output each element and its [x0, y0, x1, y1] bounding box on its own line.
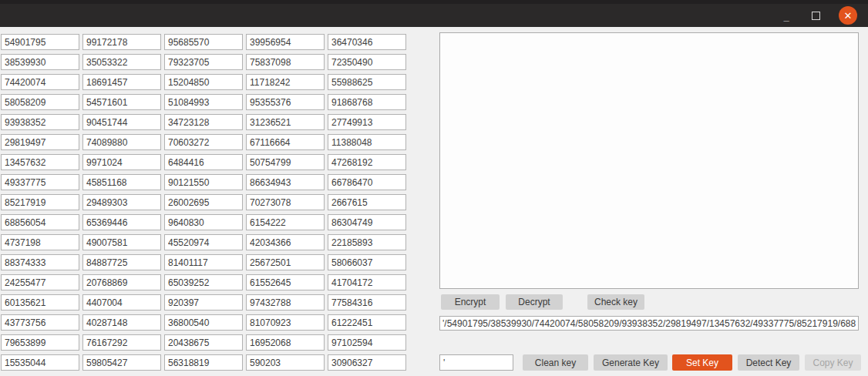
grid-cell-r3c4[interactable] — [246, 74, 325, 90]
grid-cell-r4c3[interactable] — [164, 94, 243, 110]
grid-cell-r7c4[interactable] — [246, 154, 325, 170]
grid-cell-r2c3[interactable] — [164, 54, 243, 70]
grid-cell-r17c2[interactable] — [82, 354, 161, 371]
grid-cell-r14c5[interactable] — [328, 294, 406, 311]
grid-cell-r4c1[interactable] — [1, 94, 79, 110]
grid-cell-r14c2[interactable] — [82, 294, 161, 311]
grid-cell-r7c1[interactable] — [1, 154, 79, 170]
grid-cell-r9c4[interactable] — [246, 194, 325, 210]
grid-cell-r3c3[interactable] — [164, 74, 243, 90]
grid-cell-r10c3[interactable] — [164, 214, 243, 230]
minimize-icon[interactable]: _ — [780, 9, 792, 22]
check-key-button[interactable]: Check key — [587, 294, 644, 310]
grid-cell-r16c3[interactable] — [164, 334, 243, 351]
grid-cell-r11c1[interactable] — [1, 234, 79, 250]
grid-cell-r7c5[interactable] — [328, 154, 406, 170]
grid-cell-r15c1[interactable] — [1, 314, 79, 331]
grid-cell-r9c1[interactable] — [1, 194, 79, 210]
grid-cell-r1c3[interactable] — [164, 34, 243, 50]
output-textarea[interactable] — [439, 32, 859, 289]
clean-key-button[interactable]: Clean key — [523, 354, 588, 371]
grid-cell-r4c2[interactable] — [82, 94, 161, 110]
grid-cell-r11c3[interactable] — [164, 234, 243, 250]
grid-cell-r8c2[interactable] — [82, 174, 161, 190]
grid-cell-r3c5[interactable] — [328, 74, 406, 90]
grid-cell-r6c3[interactable] — [164, 134, 243, 150]
grid-cell-r13c4[interactable] — [246, 274, 325, 290]
grid-cell-r16c1[interactable] — [1, 334, 79, 351]
grid-cell-r9c3[interactable] — [164, 194, 243, 210]
grid-cell-r16c2[interactable] — [82, 334, 161, 351]
key-grid — [1, 34, 406, 371]
grid-cell-r2c1[interactable] — [1, 54, 79, 70]
grid-cell-r7c2[interactable] — [82, 154, 161, 170]
key-short-input[interactable] — [439, 354, 513, 371]
detect-key-button[interactable]: Detect Key — [738, 354, 799, 371]
grid-cell-r14c1[interactable] — [1, 294, 79, 311]
grid-cell-r6c2[interactable] — [82, 134, 161, 150]
key-string-input[interactable] — [439, 316, 859, 331]
grid-cell-r15c4[interactable] — [246, 314, 325, 331]
close-icon[interactable]: ✕ — [839, 6, 857, 25]
grid-cell-r17c4[interactable] — [246, 354, 325, 371]
generate-key-button[interactable]: Generate Key — [594, 354, 668, 371]
grid-cell-r16c5[interactable] — [328, 334, 406, 351]
grid-cell-r8c1[interactable] — [1, 174, 79, 190]
grid-cell-r16c4[interactable] — [246, 334, 325, 351]
grid-cell-r4c5[interactable] — [328, 94, 406, 110]
grid-cell-r12c4[interactable] — [246, 254, 325, 270]
copy-key-button[interactable]: Copy Key — [805, 354, 861, 371]
decrypt-button[interactable]: Decrypt — [506, 294, 563, 310]
grid-cell-r6c1[interactable] — [1, 134, 79, 150]
grid-cell-r15c3[interactable] — [164, 314, 243, 331]
grid-cell-r3c2[interactable] — [82, 74, 161, 90]
grid-cell-r10c4[interactable] — [246, 214, 325, 230]
grid-cell-r11c5[interactable] — [328, 234, 406, 250]
grid-cell-r5c3[interactable] — [164, 114, 243, 130]
grid-cell-r10c2[interactable] — [82, 214, 161, 230]
grid-cell-r12c3[interactable] — [164, 254, 243, 270]
grid-cell-r6c4[interactable] — [246, 134, 325, 150]
grid-cell-r11c2[interactable] — [82, 234, 161, 250]
grid-cell-r10c1[interactable] — [1, 214, 79, 230]
grid-cell-r2c2[interactable] — [82, 54, 161, 70]
grid-cell-r5c4[interactable] — [246, 114, 325, 130]
grid-cell-r6c5[interactable] — [328, 134, 406, 150]
grid-cell-r1c1[interactable] — [1, 34, 79, 50]
grid-cell-r2c5[interactable] — [328, 54, 406, 70]
grid-cell-r1c4[interactable] — [246, 34, 325, 50]
grid-cell-r17c1[interactable] — [1, 354, 79, 371]
grid-cell-r1c5[interactable] — [328, 34, 406, 50]
set-key-button[interactable]: Set Key — [672, 354, 732, 371]
grid-cell-r15c2[interactable] — [82, 314, 161, 331]
grid-cell-r17c3[interactable] — [164, 354, 243, 371]
grid-cell-r4c4[interactable] — [246, 94, 325, 110]
grid-cell-r8c3[interactable] — [164, 174, 243, 190]
grid-cell-r5c5[interactable] — [328, 114, 406, 130]
grid-cell-r17c5[interactable] — [328, 354, 406, 371]
grid-cell-r11c4[interactable] — [246, 234, 325, 250]
grid-cell-r15c5[interactable] — [328, 314, 406, 331]
grid-cell-r13c1[interactable] — [1, 274, 79, 290]
grid-cell-r3c1[interactable] — [1, 74, 79, 90]
grid-cell-r2c4[interactable] — [246, 54, 325, 70]
grid-cell-r12c5[interactable] — [328, 254, 406, 270]
grid-cell-r8c5[interactable] — [328, 174, 406, 190]
grid-cell-r1c2[interactable] — [82, 34, 161, 50]
grid-cell-r5c2[interactable] — [82, 114, 161, 130]
grid-cell-r13c3[interactable] — [164, 274, 243, 290]
grid-cell-r12c1[interactable] — [1, 254, 79, 270]
encrypt-button[interactable]: Encrypt — [441, 294, 500, 310]
grid-cell-r9c2[interactable] — [82, 194, 161, 210]
grid-cell-r14c3[interactable] — [164, 294, 243, 311]
grid-cell-r9c5[interactable] — [328, 194, 406, 210]
grid-cell-r8c4[interactable] — [246, 174, 325, 190]
grid-cell-r7c3[interactable] — [164, 154, 243, 170]
grid-cell-r13c5[interactable] — [328, 274, 406, 290]
grid-cell-r13c2[interactable] — [82, 274, 161, 290]
grid-cell-r12c2[interactable] — [82, 254, 161, 270]
maximize-icon[interactable] — [809, 9, 822, 22]
grid-cell-r10c5[interactable] — [328, 214, 406, 230]
grid-cell-r5c1[interactable] — [1, 114, 79, 130]
grid-cell-r14c4[interactable] — [246, 294, 325, 311]
